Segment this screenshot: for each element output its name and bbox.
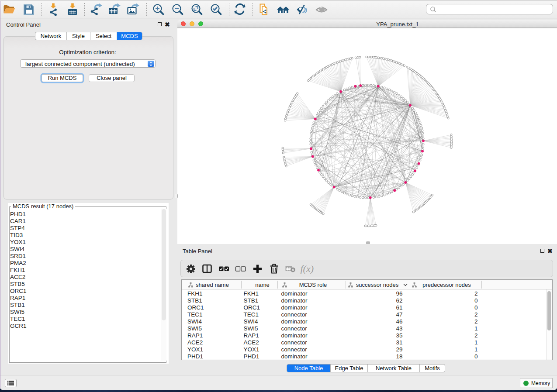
- svg-text:f(x): f(x): [301, 263, 314, 274]
